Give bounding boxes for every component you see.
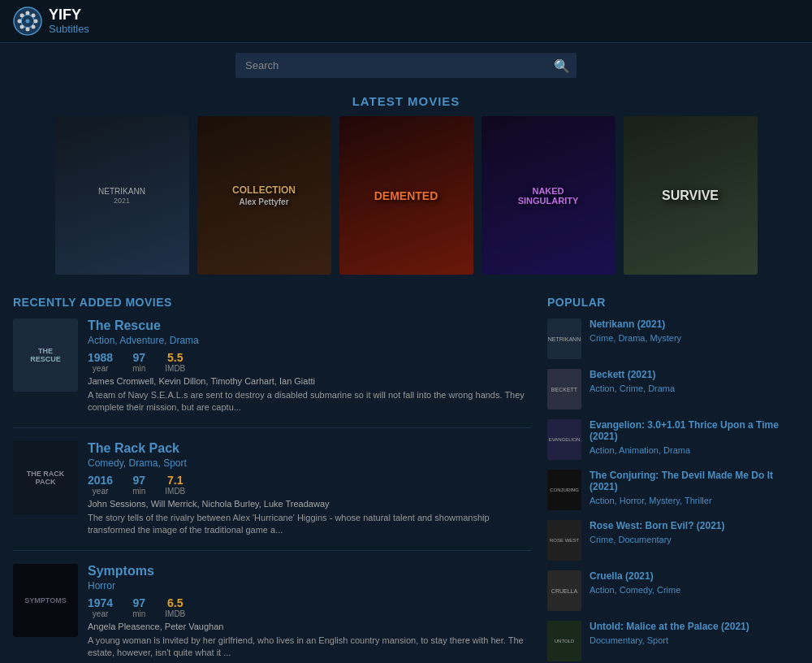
popular-title-conjuring[interactable]: The Conjuring: The Devil Made Me Do It (… — [590, 470, 799, 492]
list-item: THERESCUE The Rescue Action, Adventure, … — [13, 318, 531, 428]
popular-title: POPULAR — [547, 296, 799, 309]
popular-thumb-conjuring[interactable]: CONJURING — [547, 470, 581, 510]
main-content: RECENTLY ADDED MOVIES THERESCUE The Resc… — [0, 288, 812, 663]
svg-point-4 — [26, 28, 30, 32]
popular-genres-beckett: Action, Crime, Drama — [590, 384, 675, 393]
movie-thumb-symptoms[interactable]: SYMPTOMS — [13, 564, 78, 637]
recently-added-section: RECENTLY ADDED MOVIES THERESCUE The Resc… — [13, 296, 531, 663]
search-input[interactable] — [235, 53, 577, 78]
meta-year-rack: 2016 year — [88, 474, 113, 496]
list-item: THE RACKPACK The Rack Pack Comedy, Drama… — [13, 441, 531, 551]
popular-thumb-untold[interactable]: UNTOLD — [547, 621, 581, 661]
popular-item: ROSE WEST Rose West: Born Evil? (2021) C… — [547, 520, 799, 561]
logo-subtitles: Subtitles — [49, 24, 89, 35]
imdb-label-symptoms: IMDB — [165, 609, 185, 618]
recently-added-title: RECENTLY ADDED MOVIES — [13, 296, 531, 309]
year-value-rack: 2016 — [88, 474, 113, 487]
min-value-rack: 97 — [132, 474, 145, 487]
movie-title-rescue[interactable]: The Rescue — [88, 318, 531, 333]
movie-info-symptoms: Symptoms Horror 1974 year 97 min 6.5 IMD… — [88, 564, 531, 660]
poster-survive-label: SURVIVE — [624, 116, 758, 275]
svg-point-10 — [20, 25, 24, 29]
popular-thumb-cruella[interactable]: CRUELLA — [547, 570, 581, 611]
poster-demented-label: DEMENTED — [339, 116, 473, 275]
poster-survive[interactable]: SURVIVE — [624, 116, 758, 275]
movie-cast-rescue: James Cromwell, Kevin Dillon, Timothy Ca… — [88, 376, 531, 386]
popular-info-beckett: Beckett (2021) Action, Crime, Drama — [590, 369, 675, 394]
year-label-rescue: year — [93, 364, 108, 373]
popular-info-cruella: Cruella (2021) Action, Comedy, Crime — [590, 570, 680, 596]
svg-point-5 — [18, 20, 22, 24]
poster-netrikann[interactable]: NETRIKANN2021 — [55, 116, 189, 275]
popular-info-netrikann: Netrikann (2021) Crime, Drama, Mystery — [590, 318, 681, 344]
popular-title-evangelion[interactable]: Evangelion: 3.0+1.01 Thrice Upon a Time … — [590, 419, 799, 442]
popular-title-beckett[interactable]: Beckett (2021) — [590, 369, 675, 380]
logo-yify: YIFY — [49, 7, 89, 24]
svg-point-9 — [32, 14, 36, 18]
popular-item: CONJURING The Conjuring: The Devil Made … — [547, 470, 799, 510]
popular-genres-rose: Crime, Documentary — [590, 535, 672, 544]
movie-thumb-rescue[interactable]: THERESCUE — [13, 318, 78, 392]
min-label-symptoms: min — [132, 609, 145, 618]
movie-meta-rescue: 1988 year 97 min 5.5 IMDB — [88, 351, 531, 373]
popular-thumb-beckett[interactable]: BECKETT — [547, 369, 581, 410]
meta-year-symptoms: 1974 year — [88, 596, 113, 618]
meta-imdb-rescue: 5.5 IMDB — [165, 351, 185, 373]
popular-title-rose[interactable]: Rose West: Born Evil? (2021) — [590, 520, 725, 531]
movie-genres-symptoms: Horror — [88, 580, 531, 592]
movie-thumb-rack[interactable]: THE RACKPACK — [13, 441, 78, 514]
popular-item: NETRIKANN Netrikann (2021) Crime, Drama,… — [547, 318, 799, 359]
popular-genres-conjuring: Action, Horror, Mystery, Thriller — [590, 496, 712, 505]
popular-genres-untold: Documentary, Sport — [590, 635, 668, 645]
search-button[interactable]: 🔍 — [554, 58, 570, 73]
movie-meta-symptoms: 1974 year 97 min 6.5 IMDB — [88, 596, 531, 618]
movie-info-rack: The Rack Pack Comedy, Drama, Sport 2016 … — [88, 441, 531, 537]
movie-meta-rack: 2016 year 97 min 7.1 IMDB — [88, 474, 531, 496]
popular-thumb-rose[interactable]: ROSE WEST — [547, 520, 581, 561]
movie-cast-symptoms: Angela Pleasence, Peter Vaughan — [88, 622, 531, 631]
popular-genres-netrikann: Crime, Drama, Mystery — [590, 333, 681, 343]
movie-desc-rack: The story tells of the rivalry between A… — [88, 512, 531, 537]
imdb-value-rescue: 5.5 — [167, 351, 183, 364]
search-bar: 🔍 — [0, 43, 812, 88]
popular-sidebar: POPULAR NETRIKANN Netrikann (2021) Crime… — [547, 296, 799, 663]
imdb-label-rescue: IMDB — [165, 364, 185, 373]
movie-genres-rack: Comedy, Drama, Sport — [88, 457, 531, 469]
svg-point-7 — [20, 14, 24, 18]
film-reel-icon — [13, 6, 42, 36]
popular-title-cruella[interactable]: Cruella (2021) — [590, 570, 680, 582]
imdb-value-symptoms: 6.5 — [167, 596, 183, 609]
popular-thumb-netrikann[interactable]: NETRIKANN — [547, 318, 581, 359]
svg-point-2 — [26, 20, 30, 24]
movie-desc-symptoms: A young woman is invited by her girlfrie… — [88, 635, 531, 660]
svg-point-6 — [34, 20, 38, 24]
meta-min-symptoms: 97 min — [132, 596, 145, 618]
svg-point-3 — [26, 11, 30, 15]
movie-title-symptoms[interactable]: Symptoms — [88, 564, 531, 578]
logo-area[interactable]: YIFY Subtitles — [13, 6, 89, 36]
popular-title-untold[interactable]: Untold: Malice at the Palace (2021) — [590, 621, 749, 632]
movie-info-rescue: The Rescue Action, Adventure, Drama 1988… — [88, 318, 531, 414]
movie-cast-rack: John Sessions, Will Merrick, Nichola Bur… — [88, 499, 531, 509]
movie-desc-rescue: A team of Navy S.E.A.L.s are sent to des… — [88, 389, 531, 414]
min-label-rescue: min — [132, 364, 145, 373]
poster-collection-label: COLLECTIONAlex Pettyfer — [197, 116, 331, 275]
popular-thumb-evangelion[interactable]: EVANGELION — [547, 419, 581, 460]
popular-genres-evangelion: Action, Animation, Drama — [590, 445, 690, 455]
popular-item: BECKETT Beckett (2021) Action, Crime, Dr… — [547, 369, 799, 410]
movie-title-rack[interactable]: The Rack Pack — [88, 441, 531, 456]
poster-naked-singularity-label: NAKEDSINGULARITY — [482, 116, 615, 275]
popular-title-netrikann[interactable]: Netrikann (2021) — [590, 318, 681, 330]
year-value-symptoms: 1974 — [88, 596, 113, 609]
latest-movies-title: LATEST MOVIES — [13, 94, 799, 108]
popular-item: UNTOLD Untold: Malice at the Palace (202… — [547, 621, 799, 661]
min-label-rack: min — [132, 487, 145, 496]
poster-naked-singularity[interactable]: NAKEDSINGULARITY — [482, 116, 615, 275]
poster-demented[interactable]: DEMENTED — [339, 116, 473, 275]
search-container: 🔍 — [235, 53, 577, 78]
popular-info-conjuring: The Conjuring: The Devil Made Me Do It (… — [590, 470, 799, 506]
header: YIFY Subtitles — [0, 0, 812, 43]
popular-genres-cruella: Action, Comedy, Crime — [590, 585, 680, 595]
meta-imdb-symptoms: 6.5 IMDB — [165, 596, 185, 618]
poster-collection[interactable]: COLLECTIONAlex Pettyfer — [197, 116, 331, 275]
